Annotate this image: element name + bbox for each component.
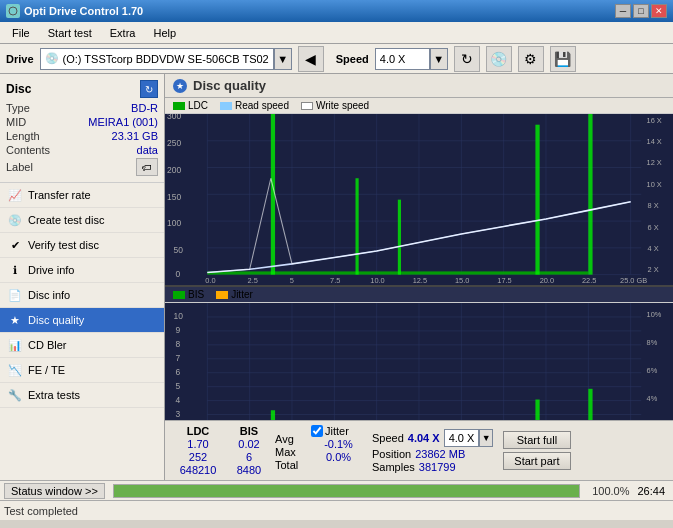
speed-stat-select[interactable]: 4.0 X: [444, 429, 480, 447]
svg-text:8%: 8%: [647, 338, 658, 347]
drive-select[interactable]: 💿 (O:) TSSTcorp BDDVDW SE-506CB TS02: [40, 48, 274, 70]
row-labels-column: Avg Max Total: [275, 431, 305, 471]
nav-disc-info[interactable]: 📄 Disc info: [0, 283, 164, 308]
nav-fe-te[interactable]: 📉 FE / TE: [0, 358, 164, 383]
nav-extra-tests-label: Extra tests: [28, 389, 80, 401]
svg-text:200: 200: [167, 165, 181, 175]
svg-text:0.0: 0.0: [205, 276, 215, 285]
disc-icon-button[interactable]: 💿: [486, 46, 512, 72]
minimize-button[interactable]: ─: [615, 4, 631, 18]
drive-label: Drive: [6, 53, 34, 65]
nav-extra-tests[interactable]: 🔧 Extra tests: [0, 383, 164, 408]
samples-row: Samples 381799: [372, 461, 493, 473]
menu-file[interactable]: File: [4, 25, 38, 41]
nav-cd-bler[interactable]: 📊 CD Bler: [0, 333, 164, 358]
svg-text:50: 50: [173, 245, 183, 255]
drive-dropdown-arrow[interactable]: ▼: [274, 48, 292, 70]
svg-text:16 X: 16 X: [647, 116, 662, 125]
disc-info-icon: 📄: [8, 288, 22, 302]
save-button[interactable]: 💾: [550, 46, 576, 72]
ldc-color: [173, 102, 185, 110]
disc-label-icon[interactable]: 🏷: [136, 158, 158, 176]
speed-stat-select-value: 4.0 X: [449, 432, 475, 444]
jitter-checkbox[interactable]: [311, 425, 323, 437]
close-button[interactable]: ✕: [651, 4, 667, 18]
status-bar: Status window >> 100.0% 26:44: [0, 480, 673, 500]
svg-rect-100: [271, 411, 275, 420]
nav-transfer-rate[interactable]: 📈 Transfer rate: [0, 183, 164, 208]
svg-text:300: 300: [167, 114, 181, 121]
svg-rect-49: [535, 125, 539, 275]
nav-verify-test-disc-label: Verify test disc: [28, 239, 99, 251]
nav-drive-info[interactable]: ℹ Drive info: [0, 258, 164, 283]
sidebar: Disc ↻ Type BD-R MID MEIRA1 (001) Length…: [0, 74, 165, 480]
speed-stat-value: 4.04 X: [408, 432, 440, 444]
read-speed-color: [220, 102, 232, 110]
position-value: 23862 MB: [415, 448, 465, 460]
nav-disc-quality[interactable]: ★ Disc quality: [0, 308, 164, 333]
max-jitter-value: 0.0%: [311, 451, 366, 463]
svg-text:6: 6: [176, 367, 181, 377]
menu-start-test[interactable]: Start test: [40, 25, 100, 41]
legend-ldc-label: LDC: [188, 100, 208, 111]
legend-jitter-label: Jitter: [231, 289, 253, 300]
speed-label: Speed: [336, 53, 369, 65]
menu-help[interactable]: Help: [145, 25, 184, 41]
status-time: 26:44: [637, 485, 669, 497]
max-label: Max: [275, 446, 305, 458]
drive-prev-button[interactable]: ◀: [298, 46, 324, 72]
nav-verify-test-disc[interactable]: ✔ Verify test disc: [0, 233, 164, 258]
speed-value: 4.0 X: [380, 53, 406, 65]
refresh-button[interactable]: ↻: [454, 46, 480, 72]
nav-cd-bler-label: CD Bler: [28, 339, 67, 351]
speed-select[interactable]: 4.0 X: [375, 48, 430, 70]
speed-stat-dropdown-arrow[interactable]: ▼: [479, 429, 493, 447]
settings-button[interactable]: ⚙: [518, 46, 544, 72]
legend-ldc: LDC: [173, 100, 208, 111]
write-speed-color: [301, 102, 313, 110]
create-test-disc-icon: 💿: [8, 213, 22, 227]
progress-bar-container: [113, 484, 580, 498]
svg-point-0: [9, 7, 17, 15]
start-full-button[interactable]: Start full: [503, 431, 570, 449]
status-window-label: Status window >>: [11, 485, 98, 497]
disc-contents-label: Contents: [6, 144, 50, 156]
max-bis-value: 6: [229, 451, 269, 463]
drive-icon: 💿: [45, 52, 59, 65]
svg-rect-48: [398, 200, 401, 275]
disc-mid-value: MEIRA1 (001): [88, 116, 158, 128]
progress-text: 100.0%: [592, 485, 629, 497]
verify-test-disc-icon: ✔: [8, 238, 22, 252]
bis-header: BIS: [229, 425, 269, 437]
total-label: Total: [275, 459, 305, 471]
svg-text:17.5: 17.5: [497, 276, 511, 285]
nav-create-test-disc[interactable]: 💿 Create test disc: [0, 208, 164, 233]
drive-value: (O:) TSSTcorp BDDVDW SE-506CB TS02: [63, 53, 269, 65]
start-part-button[interactable]: Start part: [503, 452, 570, 470]
menu-bar: File Start test Extra Help: [0, 22, 673, 44]
svg-text:150: 150: [167, 192, 181, 202]
legend-write-speed-label: Write speed: [316, 100, 369, 111]
speed-dropdown-arrow[interactable]: ▼: [430, 48, 448, 70]
svg-text:12 X: 12 X: [647, 158, 662, 167]
svg-text:12.5: 12.5: [413, 276, 427, 285]
maximize-button[interactable]: □: [633, 4, 649, 18]
svg-text:7.5: 7.5: [330, 276, 340, 285]
svg-text:6%: 6%: [647, 366, 658, 375]
svg-text:14 X: 14 X: [647, 137, 662, 146]
svg-rect-47: [356, 178, 359, 274]
speed-row: Speed 4.04 X 4.0 X ▼: [372, 429, 493, 447]
legend-bis-label: BIS: [188, 289, 204, 300]
svg-rect-50: [588, 114, 592, 275]
svg-text:5: 5: [176, 381, 181, 391]
app-title: Opti Drive Control 1.70: [24, 5, 143, 17]
app-icon: [6, 4, 20, 18]
speed-stat-label: Speed: [372, 432, 404, 444]
bottom-chart-svg: 10 9 8 7 6 5 4 3 2 1 0.0 2.5 5 7.5 10.0: [165, 303, 673, 420]
avg-jitter-value: -0.1%: [311, 438, 366, 450]
disc-refresh-button[interactable]: ↻: [140, 80, 158, 98]
status-window-button[interactable]: Status window >>: [4, 483, 105, 499]
charts-area: 300 250 200 150 100 50 0 0.0 2.5 5 7.5 1…: [165, 114, 673, 420]
disc-contents-row: Contents data: [6, 144, 158, 156]
menu-extra[interactable]: Extra: [102, 25, 144, 41]
